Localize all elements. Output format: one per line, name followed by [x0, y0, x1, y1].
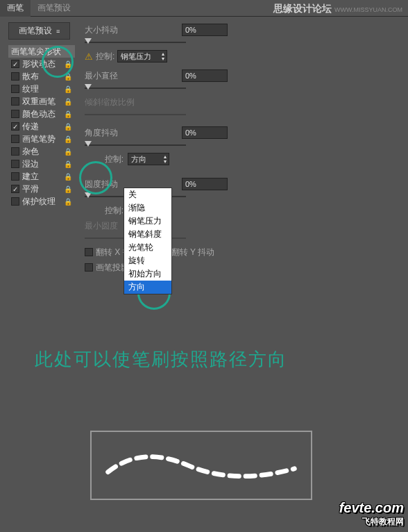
lock-icon: 🔒 — [64, 135, 72, 143]
control-dropdown-pen[interactable]: 钢笔压力▴▾ — [117, 50, 167, 63]
checkbox[interactable] — [11, 185, 19, 193]
size-jitter-value[interactable]: 0% — [182, 24, 228, 36]
round-jitter-label: 圆度抖动 — [85, 178, 126, 190]
angle-jitter-slider[interactable] — [85, 144, 186, 146]
tab-brush-presets[interactable]: 画笔预设 — [31, 0, 78, 17]
checkbox[interactable] — [11, 135, 19, 143]
sidebar: 画笔预设≡ 画笔笔尖形状 形状动态🔒 散布🔒 纹理🔒 双重画笔🔒 颜色动态🔒 传… — [8, 22, 75, 275]
dropdown-option[interactable]: 光笔轮 — [124, 241, 171, 254]
checkbox[interactable] — [11, 122, 19, 131]
checkbox[interactable] — [11, 110, 19, 118]
checkbox[interactable] — [11, 97, 19, 106]
sidebar-color-dynamics[interactable]: 颜色动态🔒 — [8, 108, 75, 120]
lock-icon: 🔒 — [64, 98, 72, 106]
lock-icon: 🔒 — [64, 73, 72, 81]
min-diameter-value[interactable]: 0% — [182, 69, 228, 82]
dropdown-option[interactable]: 钢笔压力 — [124, 215, 171, 228]
lock-icon: 🔒 — [64, 148, 72, 156]
min-diameter-label: 最小直径 — [85, 70, 126, 82]
round-jitter-value[interactable]: 0% — [182, 178, 228, 190]
sidebar-texture[interactable]: 纹理🔒 — [8, 83, 75, 95]
lock-icon: 🔒 — [64, 123, 72, 131]
sidebar-smoothing[interactable]: 平滑🔒 — [8, 183, 75, 195]
dropdown-option-selected[interactable]: 方向 — [124, 281, 171, 294]
sidebar-noise[interactable]: 杂色🔒 — [8, 145, 75, 158]
sidebar-protect-texture[interactable]: 保护纹理🔒 — [8, 195, 75, 208]
flip-y-label: 翻转 Y 抖动 — [171, 247, 214, 258]
annotation-text: 此处可以使笔刷按照路径方向 — [35, 347, 287, 372]
dropdown-option[interactable]: 钢笔斜度 — [124, 228, 171, 241]
dropdown-option[interactable]: 关 — [124, 188, 171, 201]
control-dropdown-direction[interactable]: 方向▴▾ — [128, 153, 169, 165]
lock-icon: 🔒 — [64, 85, 72, 93]
checkbox[interactable] — [11, 72, 19, 81]
min-diameter-slider[interactable] — [85, 88, 186, 89]
size-jitter-slider[interactable] — [85, 42, 186, 43]
lock-icon: 🔒 — [64, 60, 72, 68]
lock-icon: 🔒 — [64, 160, 72, 168]
lock-icon: 🔒 — [64, 198, 72, 206]
warning-icon: ⚠ — [85, 51, 93, 62]
sidebar-brush-pose[interactable]: 画笔笔势🔒 — [8, 133, 75, 145]
size-jitter-label: 大小抖动 — [85, 24, 126, 36]
lock-icon: 🔒 — [64, 110, 72, 118]
tab-brush[interactable]: 画笔 — [0, 0, 31, 17]
tilt-scale-label: 倾斜缩放比例 — [85, 97, 135, 108]
control3-label: 控制: — [85, 205, 124, 217]
dropdown-option[interactable]: 旋转 — [124, 254, 171, 267]
angle-jitter-value[interactable]: 0% — [182, 126, 228, 139]
tilt-scale-slider — [85, 114, 186, 115]
direction-dropdown-list[interactable]: 关 渐隐 钢笔压力 钢笔斜度 光笔轮 旋转 初始方向 方向 — [124, 188, 172, 294]
sidebar-build-up[interactable]: 建立🔒 — [8, 170, 75, 183]
control2-label: 控制: — [85, 153, 124, 165]
brush-projection-checkbox[interactable] — [85, 263, 93, 272]
control-label: 控制: — [96, 51, 114, 63]
sidebar-scattering[interactable]: 散布🔒 — [8, 70, 75, 83]
min-round-label: 最小圆度 — [85, 220, 118, 232]
brush-preview — [90, 431, 312, 500]
watermark: 思缘设计论坛 WWW.MISSYUAN.COM — [273, 3, 402, 15]
menu-icon: ≡ — [56, 28, 60, 35]
sidebar-dual-brush[interactable]: 双重画笔🔒 — [8, 95, 75, 108]
sidebar-transfer[interactable]: 传递🔒 — [8, 120, 75, 133]
checkbox[interactable] — [11, 85, 19, 93]
brush-preset-button[interactable]: 画笔预设≡ — [8, 22, 70, 40]
sidebar-wet-edges[interactable]: 湿边🔒 — [8, 158, 75, 170]
brush-tip-shape[interactable]: 画笔笔尖形状 — [8, 45, 75, 58]
sidebar-shape-dynamics[interactable]: 形状动态🔒 — [8, 58, 75, 70]
checkbox[interactable] — [11, 172, 19, 181]
lock-icon: 🔒 — [64, 173, 72, 181]
angle-jitter-label: 角度抖动 — [85, 127, 126, 139]
checkbox[interactable] — [11, 60, 19, 68]
dropdown-option[interactable]: 渐隐 — [124, 201, 171, 215]
checkbox[interactable] — [11, 197, 19, 206]
dropdown-option[interactable]: 初始方向 — [124, 267, 171, 281]
fevte-watermark: fevte.com 飞特教程网 — [339, 500, 404, 528]
flip-x-checkbox[interactable] — [85, 248, 93, 256]
lock-icon: 🔒 — [64, 185, 72, 193]
checkbox[interactable] — [11, 160, 19, 168]
checkbox[interactable] — [11, 147, 19, 156]
